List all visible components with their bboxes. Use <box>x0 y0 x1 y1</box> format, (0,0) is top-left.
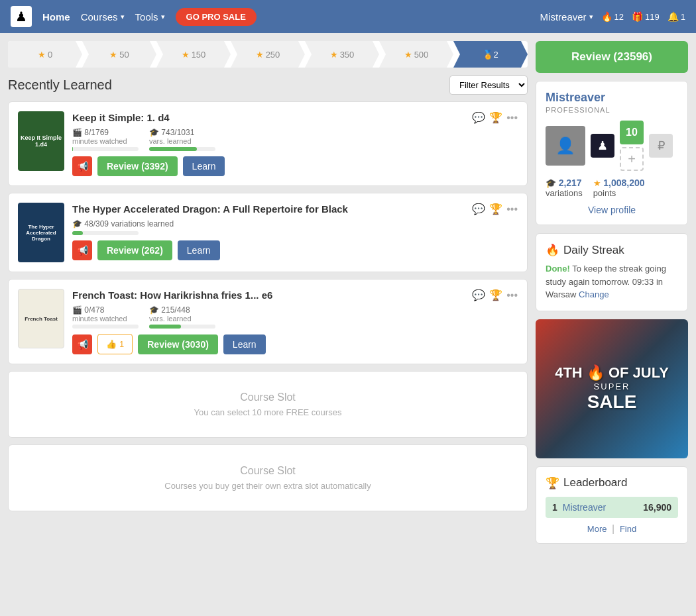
promo-line1: 4TH 🔥 OF JULY <box>555 364 669 382</box>
stat-minutes-2: 🎬 0/478 minutes watched <box>72 305 139 329</box>
comment-icon-1[interactable]: 💬 <box>472 203 485 215</box>
promo-card[interactable]: 4TH 🔥 OF JULY SUPER SALE <box>536 319 688 458</box>
course-thumb-0: Keep It Simple1.d4 <box>18 111 64 171</box>
message-badge[interactable]: 🎁 119 <box>632 11 660 22</box>
profile-name: Mistreaver <box>546 91 678 105</box>
promo-line2: SUPER <box>555 382 669 391</box>
review-button-0[interactable]: Review (3392) <box>97 156 178 176</box>
course-thumb-2: French Toast <box>18 289 64 348</box>
learn-button-1[interactable]: Learn <box>178 240 220 260</box>
comment-icon-0[interactable]: 💬 <box>472 111 485 124</box>
profile-avatar: 👤 <box>546 126 585 166</box>
course-icons-2: 💬 🏆 ••• <box>472 289 518 301</box>
activity-icon: 🔥 <box>601 11 612 22</box>
message-icon: 🎁 <box>632 11 643 22</box>
main-review-button[interactable]: Review (23596) <box>536 41 688 73</box>
leaderboard-trophy-icon: 🏆 <box>546 476 559 490</box>
vote-button-2[interactable]: 👍 1 <box>97 334 133 354</box>
slot-subtitle-0: You can select 10 more FREE courses <box>18 407 518 417</box>
trophy-icon-0[interactable]: 🏆 <box>489 111 502 124</box>
variations-stat: 🎓 2,217 variations <box>546 178 583 198</box>
course-title-2: French Toast: How Harikrishna fries 1...… <box>72 289 467 301</box>
activity-badge[interactable]: 🔥 12 <box>601 11 624 22</box>
star-icon-0: ★ <box>38 50 46 60</box>
star-icon-50: ★ <box>109 50 117 60</box>
add-badge-button[interactable]: + <box>620 147 644 171</box>
star-icon-350: ★ <box>330 50 338 60</box>
course-icons-0: 💬 🏆 ••• <box>472 111 518 124</box>
course-body-2: French Toast: How Harikrishna fries 1...… <box>72 289 518 354</box>
leaderboard-row-0: 1 Mistreaver 16,900 <box>546 497 678 518</box>
review-button-2[interactable]: Review (3030) <box>138 334 218 354</box>
section-title: Recently Learned <box>8 77 112 93</box>
progress-step-350[interactable]: ★ 350 <box>305 41 379 68</box>
thumbs-up-icon: 👍 <box>106 339 117 349</box>
course-slot-1: Course Slot Courses you buy get their ow… <box>8 444 528 511</box>
course-bottom-row-1: 📢 Review (262) Learn <box>72 240 518 260</box>
course-stats-1: 🎓 48/309 variations learned <box>72 219 518 235</box>
progress-step-0[interactable]: ★ 0 <box>8 41 82 68</box>
progress-step-500[interactable]: ★ 500 <box>379 41 453 68</box>
progress-bar: ★ 0 ★ 50 ★ 150 ★ 250 ★ 350 ★ 500 <box>8 41 528 68</box>
course-card-2: French Toast French Toast: How Harikrish… <box>8 279 528 364</box>
review-button-1[interactable]: Review (262) <box>97 240 172 260</box>
view-profile-link[interactable]: View profile <box>546 205 678 215</box>
course-icons-1: 💬 🏆 ••• <box>472 203 518 215</box>
go-pro-sale-button[interactable]: GO PRO SALE <box>176 8 257 26</box>
right-column: Review (23596) Mistreaver PROFESSIONAL 👤… <box>536 41 688 544</box>
progress-step-250[interactable]: ★ 250 <box>231 41 305 68</box>
course-top-row-1: The Hyper Accelerated Dragon: A Full Rep… <box>72 203 518 215</box>
nav-home[interactable]: Home <box>42 11 70 23</box>
course-top-row-2: French Toast: How Harikrishna fries 1...… <box>72 289 518 301</box>
streak-text: Done! To keep the streak going study aga… <box>546 262 678 301</box>
course-card-1: The Hyper Accelerated Dragon The Hyper A… <box>8 193 528 272</box>
stat-vars-0: 🎓 743/1031 vars. learned <box>149 128 215 151</box>
progress-step-50[interactable]: ★ 50 <box>82 41 156 68</box>
chess-badge-icon: ♟ <box>591 134 614 158</box>
streak-change-link[interactable]: Change <box>579 289 609 299</box>
stat-minutes-0: 🎬 8/1769 minutes watched <box>72 128 139 151</box>
learn-button-2[interactable]: Learn <box>223 334 266 354</box>
star-icon-250: ★ <box>256 50 264 60</box>
star-icon-150: ★ <box>182 50 190 60</box>
more-icon-1[interactable]: ••• <box>506 203 518 215</box>
nav-courses[interactable]: Courses ▾ <box>81 11 125 23</box>
leaderboard-find-link[interactable]: Find <box>620 524 636 534</box>
lb-separator: | <box>612 523 614 534</box>
more-icon-2[interactable]: ••• <box>506 289 518 301</box>
course-title-0: Keep it Simple: 1. d4 <box>72 112 467 123</box>
progress-step-150[interactable]: ★ 150 <box>156 41 231 68</box>
announce-button-0[interactable]: 📢 <box>72 156 92 176</box>
leaderboard-more-link[interactable]: More <box>587 524 607 534</box>
filter-results-select[interactable]: Filter Results <box>449 76 528 95</box>
announce-button-2[interactable]: 📢 <box>72 334 92 354</box>
main-container: ★ 0 ★ 50 ★ 150 ★ 250 ★ 350 ★ 500 <box>0 33 696 552</box>
slot-subtitle-1: Courses you buy get their own extra slot… <box>18 481 518 491</box>
bell-icon: 🔔 <box>667 11 679 22</box>
course-body-0: Keep it Simple: 1. d4 💬 🏆 ••• 🎬 8/1769 m… <box>72 111 518 176</box>
nav-tools[interactable]: Tools ▾ <box>135 11 165 23</box>
rub-badge-icon: ₽ <box>649 134 673 158</box>
promo-line3: SALE <box>555 391 669 413</box>
user-menu[interactable]: Mistreaver ▾ <box>540 11 593 23</box>
lb-name-0[interactable]: Mistreaver <box>563 502 638 513</box>
comment-icon-2[interactable]: 💬 <box>472 289 485 301</box>
slot-title-1: Course Slot <box>18 465 518 477</box>
slot-title-0: Course Slot <box>18 391 518 403</box>
section-header: Recently Learned Filter Results <box>8 76 528 95</box>
notification-badge[interactable]: 🔔 1 <box>667 11 685 22</box>
left-column: ★ 0 ★ 50 ★ 150 ★ 250 ★ 350 ★ 500 <box>8 41 528 544</box>
lb-rank-0: 1 <box>552 502 557 513</box>
course-slot-0: Course Slot You can select 10 more FREE … <box>8 371 528 438</box>
course-bottom-row-2: 📢 👍 1 Review (3030) Learn <box>72 334 518 354</box>
learn-button-0[interactable]: Learn <box>183 156 225 176</box>
progress-step-active[interactable]: 🏅 2 <box>453 41 528 68</box>
more-icon-0[interactable]: ••• <box>506 112 518 124</box>
logo-icon: ♟ <box>15 9 27 25</box>
profile-badge-label: PROFESSIONAL <box>546 106 678 114</box>
profile-stats-row: 🎓 2,217 variations ★ 1,008,200 points <box>546 178 678 198</box>
badge-num-icon: 10 <box>620 121 644 144</box>
trophy-icon-1[interactable]: 🏆 <box>489 203 502 215</box>
announce-button-1[interactable]: 📢 <box>72 240 92 260</box>
trophy-icon-2[interactable]: 🏆 <box>489 289 502 301</box>
